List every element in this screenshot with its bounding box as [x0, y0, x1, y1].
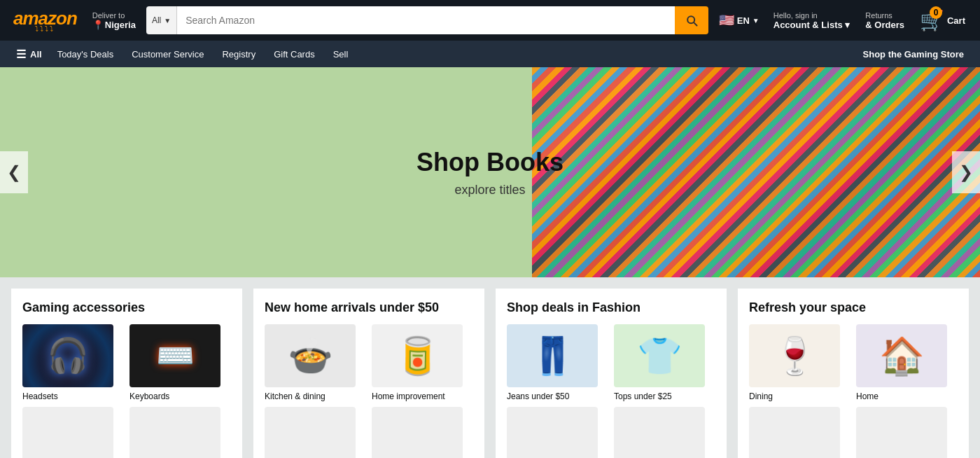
- fashion-extra-2[interactable]: [614, 407, 715, 458]
- tops-image: [614, 324, 705, 387]
- home-extra-image-1: [265, 407, 356, 458]
- gaming-extra-image-2: [130, 407, 220, 458]
- keyboards-image: [130, 324, 220, 387]
- amazon-logo[interactable]: amazon ⤵⤵⤵⤵: [8, 7, 82, 34]
- nav-link-registry[interactable]: Registry: [214, 43, 263, 66]
- kitchen-dining-item[interactable]: Kitchen & dining: [265, 324, 366, 401]
- refresh-extra-image-2: [856, 407, 947, 458]
- home-improvement-image: [372, 324, 463, 387]
- fashion-extra-image-2: [614, 407, 705, 458]
- home-improvement-label: Home improvement: [372, 391, 445, 401]
- jeans-item[interactable]: Jeans under $50: [507, 324, 608, 401]
- fashion-extra-1[interactable]: [507, 407, 608, 458]
- search-icon: [685, 13, 699, 27]
- hero-banner: ❮ Shop Books explore titles ❯: [0, 67, 980, 277]
- fashion-deals-card[interactable]: Shop deals in Fashion Jeans under $50 To…: [496, 289, 727, 458]
- returns-button[interactable]: Returns & Orders: [859, 8, 911, 34]
- navbar: ☰ All Today's Deals Customer Service Reg…: [0, 41, 980, 67]
- gaming-extra-image-1: [22, 407, 113, 458]
- gaming-extra-1[interactable]: [22, 407, 124, 458]
- refresh-extra-2[interactable]: [856, 407, 958, 458]
- dining-image: [749, 324, 840, 387]
- home-extra-1[interactable]: [265, 407, 366, 458]
- deliver-to[interactable]: Deliver to 📍 Nigeria: [88, 9, 141, 32]
- home-card-title: New home arrivals under $50: [265, 300, 473, 316]
- fashion-card-title: Shop deals in Fashion: [507, 300, 715, 316]
- kitchen-dining-image: [265, 324, 356, 387]
- gaming-extra-2[interactable]: [130, 407, 231, 458]
- keyboards-label: Keyboards: [130, 391, 169, 401]
- headsets-item[interactable]: Headsets: [22, 324, 124, 401]
- account-button[interactable]: Hello, sign in Account & Lists ▾: [767, 8, 857, 34]
- nav-links: Today's Deals Customer Service Registry …: [50, 43, 855, 66]
- home-extra-2[interactable]: [372, 407, 473, 458]
- hero-image: [532, 67, 980, 277]
- headsets-image: [22, 324, 113, 387]
- header: amazon ⤵⤵⤵⤵ Deliver to 📍 Nigeria All ▼ 🇺…: [0, 0, 980, 41]
- nav-link-gift-cards[interactable]: Gift Cards: [266, 43, 323, 66]
- tops-label: Tops under $25: [614, 391, 672, 401]
- search-bar: All ▼: [146, 6, 708, 34]
- refresh-extra-1[interactable]: [749, 407, 850, 458]
- keyboards-item[interactable]: Keyboards: [130, 324, 231, 401]
- fashion-card-grid: Jeans under $50 Tops under $25: [507, 324, 715, 458]
- lang-chevron-icon: ▼: [752, 17, 760, 25]
- hamburger-icon: ☰: [16, 48, 26, 61]
- refresh-card-title: Refresh your space: [749, 300, 958, 316]
- deliver-location: 📍 Nigeria: [92, 20, 136, 30]
- hero-next-button[interactable]: ❯: [952, 151, 980, 193]
- gaming-accessories-card[interactable]: Gaming accessories Headsets Keyboards: [11, 289, 242, 458]
- dining-label: Dining: [749, 391, 773, 401]
- fashion-extra-image-1: [507, 407, 598, 458]
- search-button[interactable]: [675, 6, 708, 34]
- home-item[interactable]: Home: [856, 324, 958, 401]
- home-decor-image: [856, 324, 947, 387]
- dining-item[interactable]: Dining: [749, 324, 850, 401]
- home-arrivals-card[interactable]: New home arrivals under $50 Kitchen & di…: [253, 289, 484, 458]
- cart-label: Cart: [947, 15, 965, 26]
- flag-icon: 🇺🇸: [719, 13, 734, 28]
- chevron-down-icon: ▼: [164, 17, 171, 25]
- refresh-extra-image-1: [749, 407, 840, 458]
- gaming-card-title: Gaming accessories: [22, 300, 231, 316]
- cart-count-badge: 0: [930, 6, 942, 19]
- home-extra-image-2: [372, 407, 463, 458]
- language-selector[interactable]: 🇺🇸 EN ▼: [714, 9, 764, 32]
- headsets-label: Headsets: [22, 391, 58, 401]
- search-input[interactable]: [177, 6, 675, 34]
- home-card-grid: Kitchen & dining Home improvement: [265, 324, 473, 458]
- search-category-select[interactable]: All ▼: [146, 6, 177, 34]
- refresh-card-grid: Dining Home: [749, 324, 958, 458]
- gaming-store-promo[interactable]: Shop the Gaming Store: [855, 43, 972, 66]
- hero-subtitle: explore titles: [416, 183, 564, 197]
- logo-smile: ⤵⤵⤵⤵: [35, 25, 55, 32]
- product-cards-section: Gaming accessories Headsets Keyboards Ne…: [0, 277, 980, 458]
- home-improvement-item[interactable]: Home improvement: [372, 324, 473, 401]
- home-label: Home: [856, 391, 878, 401]
- jeans-label: Jeans under $50: [507, 391, 569, 401]
- hero-prev-button[interactable]: ❮: [0, 151, 28, 193]
- nav-link-sell[interactable]: Sell: [326, 43, 356, 66]
- nav-link-todays-deals[interactable]: Today's Deals: [50, 43, 122, 66]
- cart-button[interactable]: 0 🛒 Cart: [913, 6, 972, 36]
- kitchen-dining-label: Kitchen & dining: [265, 391, 326, 401]
- jeans-image: [507, 324, 598, 387]
- tops-item[interactable]: Tops under $25: [614, 324, 715, 401]
- deliver-label: Deliver to: [92, 11, 136, 20]
- nav-link-customer-service[interactable]: Customer Service: [124, 43, 211, 66]
- book-spines-decoration: [532, 67, 980, 277]
- header-right: 🇺🇸 EN ▼ Hello, sign in Account & Lists ▾…: [714, 6, 972, 36]
- all-menu-button[interactable]: ☰ All: [8, 41, 50, 67]
- gaming-card-grid: Headsets Keyboards: [22, 324, 231, 458]
- hero-content: Shop Books explore titles: [416, 148, 564, 197]
- refresh-space-card[interactable]: Refresh your space Dining Home: [738, 289, 969, 458]
- hero-title: Shop Books: [416, 148, 564, 177]
- location-pin-icon: 📍: [92, 20, 104, 30]
